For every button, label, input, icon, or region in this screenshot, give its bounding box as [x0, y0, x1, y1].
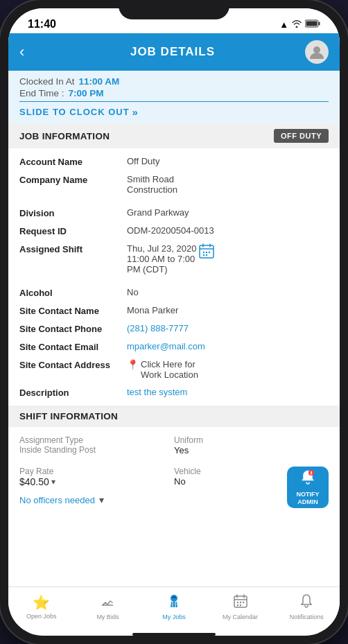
phone-screen: 11:40 ▲ [8, 8, 340, 636]
tab-open-jobs[interactable]: ⭐ Open Jobs [8, 591, 75, 623]
end-time-label: End Time : [19, 88, 64, 98]
tab-my-calendar[interactable]: My Calendar [207, 591, 274, 623]
description-label: Description [19, 387, 127, 398]
tab-bar: ⭐ Open Jobs My Bids [8, 586, 340, 630]
request-id-label: Request ID [19, 225, 127, 236]
end-time-value: 7:00 PM [69, 88, 104, 98]
job-info-table: Account Name Off Duty Company Name Smith… [8, 148, 340, 406]
pay-rate-chevron-icon[interactable]: ▾ [51, 477, 55, 487]
site-contact-address-text: Click Here forWork Location [141, 359, 198, 380]
svg-point-10 [209, 252, 210, 253]
account-name-value: Off Duty [127, 156, 329, 166]
division-label: Division [19, 207, 127, 218]
info-row-site-contact-address: Site Contact Address 📍 Click Here forWor… [19, 356, 329, 383]
info-row-request-id: Request ID ODM-20200504-0013 [19, 222, 329, 240]
uniform-value: Yes [174, 445, 329, 455]
svg-rect-1 [319, 21, 320, 25]
status-icons: ▲ [279, 19, 320, 30]
assignment-type-cell: Assignment Type Inside Standing Post [19, 433, 174, 458]
tab-my-bids[interactable]: My Bids [75, 591, 141, 623]
wifi-icon [291, 19, 302, 30]
pay-rate-label: Pay Rate [19, 467, 174, 476]
svg-point-25 [242, 602, 243, 603]
assignment-type-sub: Inside Standing Post [19, 445, 174, 455]
clocked-in-label: Clocked In At [19, 76, 75, 87]
pay-rate-value-row: $40.50 ▾ [19, 476, 174, 487]
pay-rate-cell: Pay Rate $40.50 ▾ [19, 467, 174, 487]
phone-device: 11:40 ▲ [0, 0, 348, 644]
assigned-shift-value: Thu, Jul 23, 202011:00 AM to 7:00PM (CDT… [127, 243, 329, 275]
off-duty-badge: OFF DUTY [274, 129, 329, 143]
company-name-value: Smith RoadConstruction [127, 174, 329, 195]
pay-vehicle-row: Pay Rate $40.50 ▾ Vehicle No [8, 464, 340, 490]
site-contact-phone-value[interactable]: (281) 888-7777 [127, 323, 329, 333]
site-contact-email-label: Site Contact Email [19, 341, 127, 352]
svg-point-12 [206, 254, 207, 256]
svg-rect-2 [306, 21, 317, 26]
account-name-label: Account Name [19, 156, 127, 167]
my-jobs-icon [166, 594, 182, 611]
open-jobs-label: Open Jobs [26, 613, 57, 620]
notify-admin-button[interactable]: NOTIFYADMIN [287, 467, 329, 508]
description-value[interactable]: test the system [127, 387, 329, 397]
info-row-division: Division Grand Parkway [19, 204, 329, 222]
info-row-description: Description test the system [19, 383, 329, 401]
my-calendar-icon [234, 594, 247, 611]
site-contact-address-value[interactable]: 📍 Click Here forWork Location [127, 359, 329, 380]
no-officers-chevron-icon[interactable]: ▾ [99, 494, 104, 505]
svg-point-27 [239, 604, 241, 606]
info-row-site-contact-email: Site Contact Email mparker@mail.com [19, 338, 329, 356]
end-time-row: End Time : 7:00 PM [19, 88, 329, 102]
info-row-site-contact-phone: Site Contact Phone (281) 888-7777 [19, 320, 329, 338]
assigned-shift-text: Thu, Jul 23, 202011:00 AM to 7:00PM (CDT… [127, 243, 196, 275]
svg-point-9 [206, 252, 207, 253]
shift-bottom-area: Assignment Type Inside Standing Post Uni… [8, 427, 340, 515]
job-info-section-header: JOB INFORMATION OFF DUTY [8, 123, 340, 148]
my-calendar-label: My Calendar [223, 613, 258, 620]
assignment-type-label: Assignment Type [19, 435, 174, 445]
notify-admin-label: NOTIFYADMIN [297, 491, 320, 506]
site-contact-phone-label: Site Contact Phone [19, 323, 127, 334]
my-jobs-label: My Jobs [162, 613, 186, 620]
svg-point-24 [239, 602, 241, 603]
page-title: JOB DETAILS [40, 45, 305, 59]
phone-notch [119, 0, 229, 19]
shift-grid: Assignment Type Inside Standing Post Uni… [8, 427, 340, 464]
calendar-icon[interactable] [199, 243, 214, 262]
svg-point-23 [236, 602, 238, 603]
site-contact-name-value: Mona Parker [127, 305, 329, 315]
assigned-shift-label: Assigned Shift [19, 243, 127, 254]
info-row-assigned-shift: Assigned Shift Thu, Jul 23, 202011:00 AM… [19, 240, 329, 278]
tab-notifications[interactable]: Notifications [273, 591, 340, 623]
slide-to-clock-out-button[interactable]: SLIDE TO CLOCK OUT » [19, 102, 329, 122]
job-info-title: JOB INFORMATION [19, 131, 110, 141]
battery-icon [305, 19, 320, 30]
home-indicator [132, 633, 216, 636]
signal-icon: ▲ [279, 19, 288, 30]
tab-my-jobs[interactable]: My Jobs [141, 591, 207, 623]
avatar[interactable] [305, 40, 329, 64]
scrollable-area: Clocked In At 11:00 AM End Time : 7:00 P… [8, 71, 340, 586]
svg-point-3 [313, 46, 320, 53]
my-bids-label: My Bids [96, 613, 119, 620]
location-icon: 📍 [127, 359, 139, 370]
info-row-alcohol: Alcohol No [19, 284, 329, 302]
svg-point-11 [203, 254, 205, 256]
no-officers-text: No officers needed [19, 495, 95, 505]
site-contact-address-label: Site Contact Address [19, 359, 127, 370]
company-name-label: Company Name [19, 174, 127, 185]
shift-info-section-header: SHIFT INFORMATION [8, 406, 340, 427]
svg-rect-16 [172, 596, 176, 598]
alcohol-value: No [127, 287, 329, 297]
info-row-company-name: Company Name Smith RoadConstruction [19, 171, 329, 198]
site-contact-email-value[interactable]: mparker@mail.com [127, 341, 329, 351]
info-row-account-name: Account Name Off Duty [19, 153, 329, 171]
notify-admin-icon [299, 469, 316, 489]
svg-point-8 [203, 252, 205, 253]
site-contact-name-label: Site Contact Name [19, 305, 127, 316]
back-button[interactable]: ‹ [19, 43, 40, 61]
shift-info-section: Assignment Type Inside Standing Post Uni… [8, 427, 340, 515]
request-id-value: ODM-20200504-0013 [127, 225, 329, 236]
clock-in-row: Clocked In At 11:00 AM [19, 76, 329, 87]
slide-arrows-icon: » [132, 106, 139, 118]
